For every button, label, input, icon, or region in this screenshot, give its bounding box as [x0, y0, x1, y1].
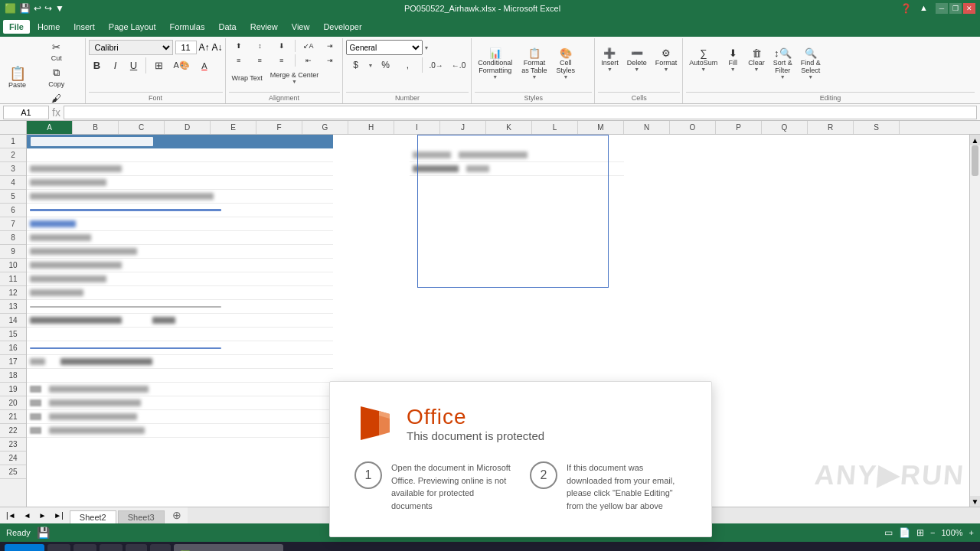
number-format-select[interactable]: General: [346, 40, 423, 55]
border-button[interactable]: ⊞: [149, 57, 169, 73]
minimize-button[interactable]: ─: [936, 3, 948, 14]
format-as-table-button[interactable]: 📋 Format as Table ▼: [518, 46, 550, 84]
increase-decimal-button[interactable]: .0→: [426, 59, 446, 72]
col-header-d[interactable]: D: [165, 121, 211, 134]
zoom-in-button[interactable]: +: [969, 528, 974, 537]
align-left-button[interactable]: ≡: [229, 54, 249, 67]
tab-next-button[interactable]: ►: [35, 510, 49, 521]
currency-chevron[interactable]: ▼: [368, 63, 374, 68]
format-painter-button[interactable]: 🖌 Format Painter: [31, 91, 83, 104]
col-header-k[interactable]: K: [486, 121, 532, 134]
insert-cells-button[interactable]: ➕ Insert ▼: [598, 46, 622, 84]
align-bottom-button[interactable]: ⬇: [272, 40, 292, 52]
vertical-scrollbar[interactable]: ▲ ▼: [969, 135, 980, 507]
restore-button[interactable]: ❐: [949, 3, 962, 14]
sheet-tab-sheet3[interactable]: Sheet3: [118, 510, 165, 523]
zoom-out-button[interactable]: −: [930, 528, 935, 537]
window-controls[interactable]: ❓ ▲ ─ ❐ ✕: [900, 3, 975, 14]
decrease-decimal-button[interactable]: ←.0: [449, 59, 469, 72]
redo-icon[interactable]: ↪: [44, 3, 52, 14]
col-header-n[interactable]: N: [624, 121, 670, 134]
font-name-select[interactable]: Calibri: [89, 40, 173, 55]
formula-input[interactable]: [64, 106, 977, 119]
page-layout-view-icon[interactable]: 📄: [899, 527, 910, 538]
taskbar-media-button[interactable]: 🎵: [100, 544, 122, 551]
normal-view-icon[interactable]: ▭: [884, 527, 893, 538]
row-header-5[interactable]: 5: [0, 190, 26, 204]
row-header-7[interactable]: 7: [0, 217, 26, 231]
col-header-a[interactable]: A: [27, 121, 73, 134]
fill-color-button[interactable]: A🎨: [171, 58, 193, 73]
row-header-2[interactable]: 2: [0, 148, 26, 162]
font-size-input[interactable]: [175, 41, 197, 54]
delete-cells-button[interactable]: ➖ Delete ▼: [624, 46, 650, 84]
underline-button[interactable]: U: [126, 57, 142, 73]
fill-button[interactable]: ⬇ Fill ▼: [723, 46, 743, 84]
row-header-12[interactable]: 12: [0, 286, 26, 300]
align-top-button[interactable]: ⬆: [229, 40, 249, 52]
taskbar-folder-button[interactable]: 📁: [74, 544, 96, 551]
row-header-14[interactable]: 14: [0, 314, 26, 328]
vscroll-up-button[interactable]: ▲: [970, 135, 980, 145]
align-middle-button[interactable]: ↕: [250, 40, 270, 52]
row-header-13[interactable]: 13: [0, 300, 26, 314]
tab-first-button[interactable]: |◄: [3, 510, 19, 521]
menu-insert[interactable]: Insert: [67, 20, 101, 34]
row-header-17[interactable]: 17: [0, 355, 26, 369]
menu-review[interactable]: Review: [244, 20, 284, 34]
row-header-6[interactable]: 6: [0, 204, 26, 217]
col-header-c[interactable]: C: [119, 121, 165, 134]
menu-data[interactable]: Data: [212, 20, 242, 34]
cell-styles-button[interactable]: 🎨 Cell Styles ▼: [554, 46, 579, 84]
vscroll-down-button[interactable]: ▼: [970, 496, 980, 507]
customize-icon[interactable]: ▼: [55, 3, 64, 14]
text-direction-button[interactable]: ↙A: [299, 40, 318, 52]
row-header-18[interactable]: 18: [0, 369, 26, 383]
row-header-19[interactable]: 19: [0, 383, 26, 396]
col-header-m[interactable]: M: [578, 121, 624, 134]
close-button[interactable]: ✕: [963, 3, 975, 14]
conditional-formatting-button[interactable]: 📊 Conditional Formatting ▼: [475, 46, 515, 84]
wrap-text-button[interactable]: Wrap Text: [229, 72, 266, 84]
col-header-q[interactable]: Q: [762, 121, 808, 134]
percent-button[interactable]: %: [376, 57, 396, 73]
col-header-r[interactable]: R: [808, 121, 854, 134]
row-header-20[interactable]: 20: [0, 396, 26, 410]
row-header-21[interactable]: 21: [0, 410, 26, 424]
merge-center-button[interactable]: Merge & Center ▼: [267, 69, 322, 86]
row-header-11[interactable]: 11: [0, 272, 26, 286]
col-header-p[interactable]: P: [716, 121, 762, 134]
corner-cell[interactable]: [0, 121, 27, 134]
sheet-tab-sheet2[interactable]: Sheet2: [70, 510, 116, 523]
taskbar-security-button[interactable]: 🛡: [150, 544, 171, 551]
col-header-s[interactable]: S: [854, 121, 900, 134]
sort-filter-button[interactable]: ↕🔍 Sort & Filter ▼: [770, 46, 795, 84]
tab-last-button[interactable]: ►|: [51, 510, 67, 521]
sheet-tab-navigation[interactable]: |◄ ◄ ► ►|: [0, 507, 70, 523]
row-header-25[interactable]: 25: [0, 465, 26, 479]
row-header-8[interactable]: 8: [0, 231, 26, 245]
row-header-10[interactable]: 10: [0, 259, 26, 272]
align-right-button[interactable]: ≡: [272, 54, 292, 67]
copy-button[interactable]: ⧉ Copy: [31, 65, 83, 90]
col-header-i[interactable]: I: [394, 121, 440, 134]
row-header-22[interactable]: 22: [0, 424, 26, 438]
new-sheet-button[interactable]: ⊕: [166, 507, 188, 523]
indent-button[interactable]: ⇥: [320, 40, 340, 52]
autosum-button[interactable]: ∑ AutoSum ▼: [686, 46, 720, 84]
find-select-button[interactable]: 🔍 Find & Select ▼: [798, 46, 824, 84]
font-color-button[interactable]: A: [194, 59, 214, 73]
row-header-15[interactable]: 15: [0, 328, 26, 341]
taskbar-chrome-button[interactable]: ⬤: [126, 544, 147, 551]
col-header-g[interactable]: G: [302, 121, 348, 134]
increase-indent-button[interactable]: ⇥: [320, 54, 340, 67]
bold-button[interactable]: B: [89, 57, 106, 73]
quick-access-toolbar[interactable]: 🟩 💾 ↩ ↪ ▼: [5, 3, 64, 14]
menu-home[interactable]: Home: [31, 20, 66, 34]
ribbon-minimize-icon[interactable]: ▲: [920, 3, 928, 14]
col-header-b[interactable]: B: [73, 121, 119, 134]
paste-button[interactable]: 📋 Paste: [5, 58, 29, 96]
italic-button[interactable]: I: [107, 57, 124, 73]
start-button[interactable]: ⊞ Start: [5, 544, 44, 551]
menu-formulas[interactable]: Formulas: [164, 20, 211, 34]
